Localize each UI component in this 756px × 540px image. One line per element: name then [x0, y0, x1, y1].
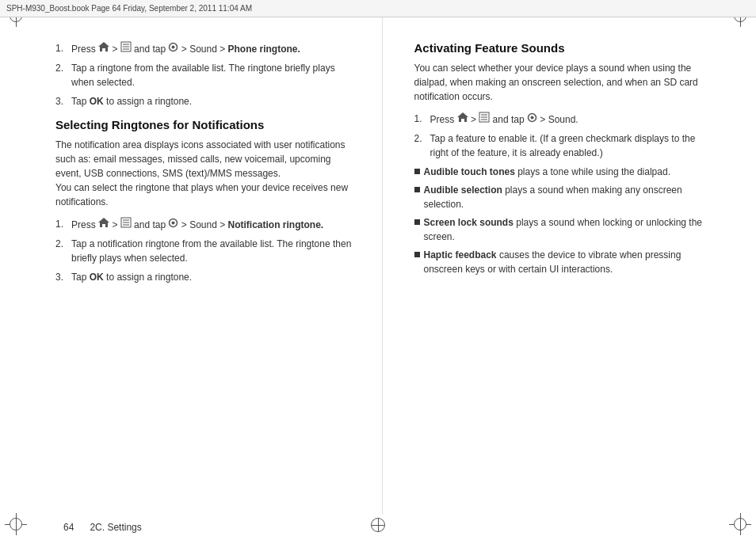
bullet-square-2	[414, 187, 420, 192]
left-step-2: 2. Tap a ringtone from the available lis…	[55, 61, 358, 89]
right-step-1: 1. Press > and tap	[414, 112, 717, 127]
left-step3-tap: Tap	[71, 96, 86, 107]
bullet-square-4	[414, 252, 420, 257]
left-sub-step-3: 3. Tap OK to assign a ringtone.	[55, 270, 358, 284]
gear-svg-2	[168, 218, 178, 228]
left-sub-step-2: 2. Tap a notification ringtone from the …	[55, 237, 358, 265]
gear-icon-2	[168, 218, 178, 228]
left-sub-step3-ok: OK	[90, 272, 104, 283]
left-step1-and-tap: and tap	[134, 44, 166, 55]
home-svg-1	[98, 41, 109, 52]
home-svg-2	[98, 217, 109, 228]
left-sub-step1-and-tap: and tap	[134, 219, 166, 230]
bullet-square-3	[414, 219, 420, 225]
left-step-1: 1. Press >	[55, 41, 358, 56]
svg-marker-0	[98, 42, 109, 51]
footer: 64 2C. Settings	[0, 515, 756, 540]
svg-point-13	[172, 222, 175, 225]
left-sub-step3-rest: to assign a ringtone.	[106, 272, 192, 283]
header-text: SPH-M930_Boost.book Page 64 Friday, Sept…	[6, 4, 252, 13]
gear-svg-1	[168, 42, 178, 52]
bullet1-text: plays a tone while using the dialpad.	[515, 166, 670, 177]
left-step-3: 3. Tap OK to assign a ringtone.	[55, 94, 358, 108]
bullet-item-4: Haptic feedback causes the device to vib…	[414, 248, 717, 276]
right-heading: Activating Feature Sounds	[414, 41, 717, 55]
bullet-item-3: Screen lock sounds plays a sound when lo…	[414, 215, 717, 244]
bullet-section: Audible touch tones plays a tone while u…	[414, 165, 717, 276]
left-sub-step-1: 1. Press > and tap	[55, 217, 358, 232]
home-icon-2	[98, 217, 109, 228]
left-step3-rest: to assign a ringtone.	[106, 96, 192, 107]
footer-page: 64 2C. Settings	[63, 522, 142, 533]
left-step3-ok: OK	[90, 96, 104, 107]
bottom-circle	[371, 518, 385, 532]
gear-svg-3	[527, 112, 537, 123]
right-step1-press: Press	[430, 114, 455, 125]
left-column: 1. Press >	[0, 17, 383, 515]
right-body: You can select whether your device plays…	[414, 61, 717, 104]
bullet4-label: Haptic feedback	[424, 249, 497, 260]
left-sub-step1-notif: Notification ringtone.	[228, 219, 324, 230]
home-svg-3	[457, 112, 468, 123]
bullet-item-1: Audible touch tones plays a tone while u…	[414, 165, 717, 179]
footer-center-mark	[371, 518, 385, 532]
right-step-2: 2. Tap a feature to enable it. (If a gre…	[414, 131, 717, 160]
left-sub-step2-text: Tap a notification ringtone from the ava…	[71, 237, 358, 265]
svg-marker-14	[457, 112, 468, 122]
menu-icon-1	[120, 41, 132, 52]
section-heading: Selecting Ringtones for Notifications	[55, 118, 358, 131]
home-icon-1	[98, 41, 109, 52]
bullet-square-1	[414, 169, 420, 174]
svg-marker-7	[98, 218, 109, 227]
right-step1-gt-sound: > Sound.	[540, 114, 578, 125]
footer-section: 2C. Settings	[90, 522, 141, 533]
selecting-ringtones-section: Selecting Ringtones for Notifications Th…	[55, 118, 358, 209]
gear-icon-3	[527, 112, 537, 123]
bullet1-label: Audible touch tones	[424, 166, 515, 177]
right-step1-and-tap: and tap	[493, 114, 525, 125]
right-column: Activating Feature Sounds You can select…	[383, 17, 757, 515]
bullet3-label: Screen lock sounds	[424, 217, 514, 228]
menu-svg-2	[120, 217, 132, 228]
footer-page-number: 64	[63, 522, 74, 533]
section-body: The notification area displays icons ass…	[55, 138, 358, 209]
svg-point-20	[530, 116, 533, 120]
left-step1-gt-sound: > Sound >	[181, 44, 225, 55]
menu-svg-1	[120, 41, 132, 52]
bullet2-label: Audible selection	[424, 184, 502, 196]
left-sub-step1-press: Press	[71, 219, 96, 230]
menu-icon-2	[120, 217, 132, 228]
content-area: 1. Press >	[0, 17, 756, 515]
header-bar: SPH-M930_Boost.book Page 64 Friday, Sept…	[0, 0, 756, 17]
left-step1-press: Press	[71, 44, 96, 55]
left-step1-phone-ringtone: Phone ringtone.	[228, 44, 300, 55]
left-step2-text: Tap a ringtone from the available list. …	[71, 61, 358, 89]
home-icon-3	[457, 112, 468, 123]
svg-point-6	[172, 46, 175, 49]
right-step2-text: Tap a feature to enable it. (If a green …	[430, 131, 717, 160]
gear-icon-1	[168, 42, 178, 52]
bullet-item-2: Audible selection plays a sound when mak…	[414, 183, 717, 211]
left-sub-step1-gt-sound: > Sound >	[181, 219, 225, 230]
left-sub-step3-tap: Tap	[71, 272, 86, 283]
menu-svg-3	[479, 112, 490, 123]
menu-icon-3	[479, 112, 490, 123]
